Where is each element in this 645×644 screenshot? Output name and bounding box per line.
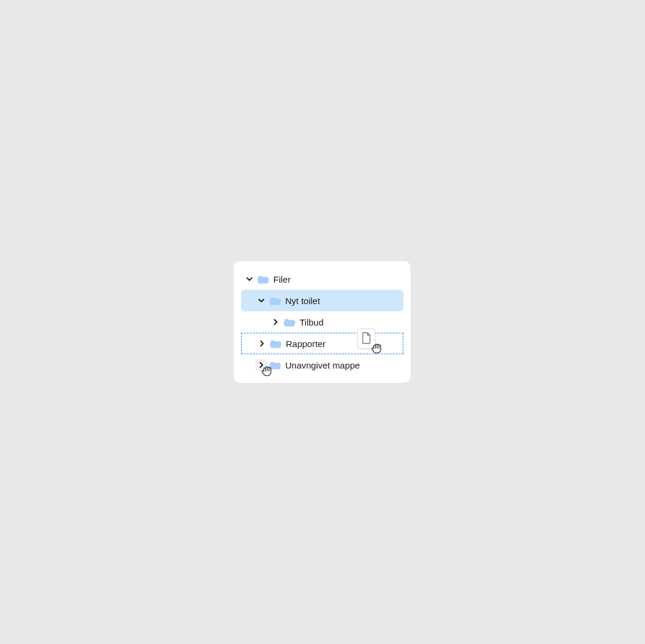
tree-row-tilbud[interactable]: Tilbud [241, 311, 403, 333]
tree-label: Filer [273, 274, 291, 284]
folder-open-icon [269, 294, 282, 307]
chevron-down-icon[interactable] [243, 273, 255, 285]
chevron-right-icon[interactable] [270, 316, 282, 328]
tree-label: Tilbud [300, 317, 323, 327]
folder-open-icon [257, 273, 270, 286]
tree-row-rapporter[interactable]: Rapporter [241, 333, 403, 354]
chevron-right-icon[interactable] [255, 359, 267, 371]
chevron-down-icon[interactable] [255, 295, 267, 306]
drag-ghost-file [357, 329, 375, 349]
tree-label: Unavngivet mappe [285, 360, 360, 370]
file-icon [362, 332, 371, 346]
tree-label: Nyt toilet [285, 296, 320, 306]
tree-row-unavngivet-mappe[interactable]: Unavngivet mappe [241, 354, 403, 376]
tree-row-nyt-toilet[interactable]: Nyt toilet [241, 290, 403, 311]
tree-row-filer[interactable]: Filer [241, 268, 403, 290]
tree-label: Rapporter [286, 339, 326, 349]
folder-open-icon [269, 358, 282, 371]
folder-open-icon [283, 315, 296, 329]
chevron-right-icon[interactable] [256, 338, 268, 349]
folder-tree-panel: Filer Nyt toilet Tilbud Rapporter [234, 261, 411, 383]
folder-open-icon [269, 337, 282, 350]
